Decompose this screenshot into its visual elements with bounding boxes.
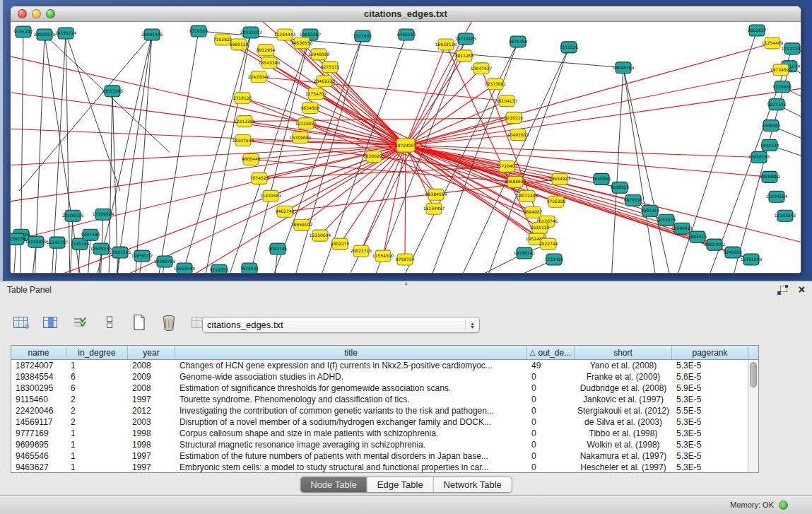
graph-edge[interactable]	[11, 146, 406, 248]
table-cell[interactable]: Estimation of the future numbers of pati…	[175, 450, 527, 462]
table-cell[interactable]: 0	[527, 416, 575, 428]
graph-edge[interactable]	[406, 70, 781, 146]
graph-node[interactable]: 2522744	[539, 238, 558, 250]
graph-node[interactable]: 8912954	[257, 45, 276, 56]
column-header-out_de[interactable]: △out_de...	[527, 346, 575, 359]
table-cell[interactable]: 1998	[128, 439, 175, 450]
table-cell[interactable]: 2008	[128, 360, 175, 371]
float-panel-icon[interactable]	[777, 286, 787, 295]
table-cell[interactable]: 49	[527, 360, 575, 371]
table-cell[interactable]: Stergiakouli et al. (2012)	[575, 405, 672, 416]
graph-node[interactable]: 12118925	[295, 118, 317, 129]
graph-node[interactable]: 4671358	[509, 36, 528, 47]
graph-node[interactable]: 1615132	[531, 222, 550, 233]
table-cell[interactable]: 5.3E-5	[672, 416, 748, 428]
table-cell[interactable]: Investigating the contribution of common…	[175, 405, 527, 416]
table-cell[interactable]: 9115460	[11, 394, 66, 405]
table-cell[interactable]: 0	[527, 382, 575, 394]
graph-edge[interactable]	[406, 69, 481, 146]
table-cell[interactable]: 9465546	[11, 450, 66, 462]
table-cell[interactable]: 6	[66, 371, 128, 382]
graph-node[interactable]: 1733426	[545, 254, 564, 265]
table-cell[interactable]: 1998	[128, 428, 175, 439]
graph-node[interactable]: 18107544	[233, 135, 254, 146]
table-row[interactable]: 1872400712008Changes of HCN gene express…	[11, 360, 758, 371]
graph-node[interactable]: 10688609	[505, 176, 526, 187]
graph-node[interactable]: 10590411	[671, 223, 693, 234]
graph-node[interactable]: 9310563	[189, 25, 208, 37]
tab-edge-table[interactable]: Edge Table	[367, 477, 434, 492]
graph-node[interactable]: 1444134	[760, 140, 779, 151]
table-select-dropdown[interactable]: citations_edges.txt ▲▼	[202, 317, 480, 333]
graph-node[interactable]: 20206535	[62, 210, 84, 221]
graph-node[interactable]: 19734593	[770, 64, 792, 76]
table-cell[interactable]: 1997	[128, 450, 175, 462]
table-cell[interactable]: 0	[527, 371, 575, 382]
table-cell[interactable]: 6	[66, 382, 128, 394]
table-cell[interactable]: 1	[66, 462, 128, 473]
table-cell[interactable]: 5.3E-5	[672, 462, 748, 473]
graph-edge[interactable]	[248, 35, 310, 273]
table-cell[interactable]: Estimation of significance thresholds fo…	[175, 382, 527, 394]
table-cell[interactable]: Jankovic et al. (1997)	[575, 394, 672, 405]
graph-edge[interactable]	[158, 31, 199, 273]
merge-rows-button[interactable]	[99, 312, 120, 333]
graph-node[interactable]: 7674525	[250, 173, 269, 184]
table-cell[interactable]: 9463627	[11, 462, 66, 473]
graph-edge[interactable]	[406, 146, 801, 248]
table-cell[interactable]: 2008	[128, 382, 175, 394]
graph-node[interactable]: 12373661	[485, 78, 507, 90]
graph-node[interactable]: 10848862	[759, 171, 781, 182]
column-header-short[interactable]: short	[575, 346, 672, 359]
graph-node[interactable]: 18300295	[363, 151, 385, 162]
graph-edge[interactable]	[406, 135, 518, 146]
graph-node[interactable]: 22420046	[248, 71, 270, 83]
table-row[interactable]: 1938455462009Genome-wide association stu…	[11, 371, 758, 382]
table-scrollbar[interactable]	[748, 360, 758, 472]
graph-edge[interactable]	[180, 33, 251, 273]
graph-node[interactable]: 16958107	[131, 250, 153, 262]
table-cell[interactable]: 9777169	[11, 428, 66, 439]
table-cell[interactable]: 22420046	[11, 405, 66, 416]
table-row[interactable]: 2242004622012Investigating the contribut…	[11, 405, 758, 416]
table-cell[interactable]: Nakamura et al. (1997)	[575, 450, 672, 462]
close-panel-icon[interactable]: ×	[799, 285, 805, 295]
table-cell[interactable]: 18300295	[11, 382, 66, 394]
table-cell[interactable]: Dudbridge et al. (2008)	[575, 382, 672, 394]
table-cell[interactable]: 14569117	[11, 416, 66, 428]
graph-node[interactable]: 12342757	[47, 237, 69, 248]
table-row[interactable]: 911546021997Tourette syndrome. Phenomeno…	[11, 394, 758, 405]
graph-node[interactable]: 15134457	[423, 203, 445, 214]
graph-node[interactable]: 20332103	[240, 27, 262, 38]
table-cell[interactable]: Tibbo et al. (1998)	[575, 428, 672, 439]
graph-node[interactable]: 1884515	[688, 231, 707, 243]
tab-node-table[interactable]: Node Table	[300, 477, 367, 492]
table-cell[interactable]: 5.3E-5	[672, 439, 748, 450]
graph-edge[interactable]	[115, 35, 152, 273]
table-cell[interactable]: 5.3E-5	[672, 360, 748, 371]
table-cell[interactable]: 1	[66, 428, 128, 439]
table-row[interactable]: 1456911722003Disruption of a novel membe…	[11, 416, 758, 428]
graph-node[interactable]: 12103543	[775, 210, 796, 221]
table-row[interactable]: 946362711997Embryonic stem cells: a mode…	[11, 462, 758, 473]
graph-node[interactable]: 20691406	[141, 29, 163, 40]
table-cell[interactable]: 5.6E-5	[672, 371, 748, 382]
table-cell[interactable]: 5.5E-5	[672, 405, 748, 416]
table-cell[interactable]: 2	[66, 394, 128, 405]
table-cell[interactable]: 5.9E-5	[672, 382, 748, 394]
graph-edge[interactable]	[11, 146, 406, 206]
graph-node[interactable]: 15309683	[290, 132, 312, 144]
graph-node[interactable]: 18724007	[395, 139, 417, 152]
tab-network-table[interactable]: Network Table	[434, 477, 512, 492]
graph-edge[interactable]	[242, 98, 547, 222]
table-cell[interactable]: Genome-wide association studies in ADHD.	[175, 371, 527, 382]
table-row[interactable]: 946554611997Estimation of the future num…	[11, 450, 758, 462]
table-columns-button[interactable]	[40, 312, 61, 333]
graph-node[interactable]: 2239159	[11, 233, 26, 245]
graph-node[interactable]: 15720407	[496, 160, 518, 172]
graph-node[interactable]: 7524541	[240, 263, 259, 273]
graph-node[interactable]: 24355724	[55, 28, 77, 39]
table-row[interactable]: 977716911998Corpus callosum shape and si…	[11, 428, 758, 439]
graph-node[interactable]: 9155497	[14, 26, 33, 37]
table-cell[interactable]: 1997	[128, 462, 175, 473]
